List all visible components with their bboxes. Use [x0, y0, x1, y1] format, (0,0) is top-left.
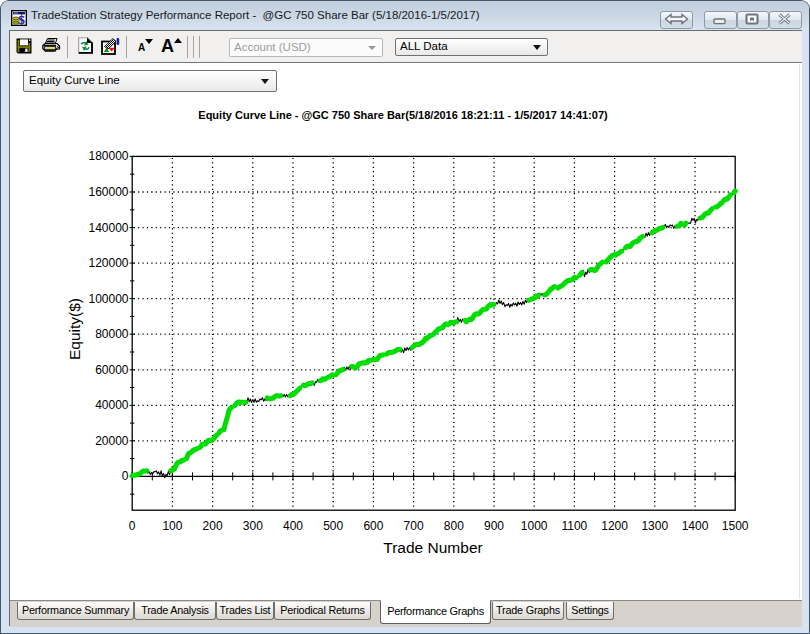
svg-text:0: 0 — [122, 469, 129, 483]
svg-text:1300: 1300 — [641, 519, 668, 533]
svg-text:80000: 80000 — [95, 327, 129, 341]
svg-text:Equity($): Equity($) — [66, 298, 83, 360]
svg-text:300: 300 — [243, 519, 263, 533]
svg-text:400: 400 — [283, 519, 303, 533]
svg-text:100000: 100000 — [88, 292, 128, 306]
svg-text:1400: 1400 — [682, 519, 709, 533]
svg-text:900: 900 — [484, 519, 504, 533]
svg-text:160000: 160000 — [88, 185, 128, 199]
svg-text:140000: 140000 — [88, 221, 128, 235]
svg-text:100: 100 — [162, 519, 182, 533]
svg-text:200: 200 — [203, 519, 223, 533]
svg-text:0: 0 — [129, 519, 136, 533]
svg-text:1200: 1200 — [601, 519, 628, 533]
svg-text:500: 500 — [323, 519, 343, 533]
svg-text:120000: 120000 — [88, 256, 128, 270]
svg-text:800: 800 — [444, 519, 464, 533]
svg-text:180000: 180000 — [88, 149, 128, 163]
svg-text:40000: 40000 — [95, 398, 129, 412]
svg-text:60000: 60000 — [95, 363, 129, 377]
svg-text:1000: 1000 — [521, 519, 548, 533]
svg-text:1100: 1100 — [561, 519, 587, 533]
svg-text:700: 700 — [404, 519, 424, 533]
svg-text:20000: 20000 — [95, 434, 129, 448]
svg-text:Trade Number: Trade Number — [383, 539, 482, 556]
svg-text:1500: 1500 — [722, 519, 749, 533]
svg-text:600: 600 — [363, 519, 383, 533]
